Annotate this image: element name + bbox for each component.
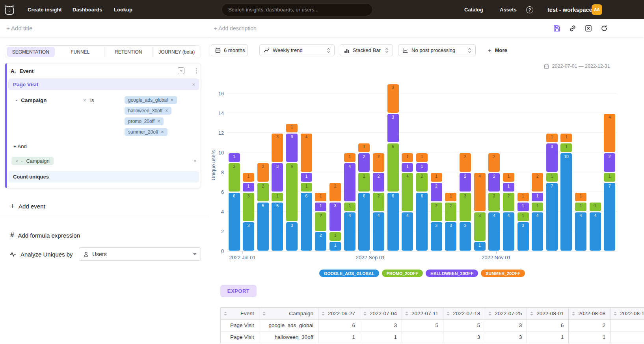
add-formula-button[interactable]: # Add formula expression [10, 231, 80, 239]
bar-segment-halloween_30off[interactable]: 2 [431, 183, 442, 201]
bar-segment-google_ads_global[interactable]: 4 [503, 212, 514, 251]
table-header-cell[interactable]: 2022-07-11 [402, 308, 443, 320]
chart-date-range[interactable]: 2022-07-01 — 2022-12-31 [544, 63, 610, 69]
bar-segment-google_ads_global[interactable]: 4 [488, 212, 500, 251]
legend-pill-halloween_30off[interactable]: HALLOWEEN_30OFF [426, 270, 478, 277]
nav-create-insight[interactable]: Create insight [28, 0, 62, 19]
bar-segment-promo_20off[interactable]: 3 [460, 193, 471, 221]
bar-segment-promo_20off[interactable]: 2 [488, 193, 500, 211]
bar-segment-google_ads_global[interactable]: 4 [532, 212, 543, 251]
bar-segment-promo_20off[interactable]: 2 [416, 173, 428, 192]
table-header-cell[interactable]: Campaign [259, 308, 318, 320]
bar-segment-halloween_30off[interactable]: 2 [358, 153, 370, 172]
bar-segment-google_ads_global[interactable]: 5 [257, 203, 269, 251]
workspace-name[interactable]: test - workspace [547, 0, 592, 19]
table-header-cell[interactable]: 2022-08-01 [527, 308, 569, 320]
bar-segment-halloween_30off[interactable]: 2 [460, 173, 471, 192]
remove-event-icon[interactable]: × [192, 82, 195, 87]
breakdown-tag[interactable]: ×· Campaign [11, 157, 54, 165]
bar-segment-halloween_30off[interactable]: 2 [488, 173, 500, 192]
legend-pill-summer_20off[interactable]: SUMMER_20OFF [481, 270, 525, 277]
filter-property[interactable]: · Campaign [15, 97, 47, 103]
avatar[interactable]: AA [592, 4, 602, 15]
bar-segment-google_ads_global[interactable]: 1 [329, 242, 341, 251]
bar-segment-summer_20off[interactable]: 1 [286, 124, 298, 132]
bar-segment-promo_20off[interactable]: 1 [604, 173, 615, 182]
legend-pill-google_ads_global[interactable]: GOOGLE_ADS_GLOBAL [319, 270, 379, 277]
bar-segment-google_ads_global[interactable]: 5 [272, 203, 283, 251]
bar-segment-promo_20off[interactable]: 2 [315, 212, 326, 231]
export-button[interactable]: EXPORT [220, 285, 257, 297]
remove-value-icon[interactable]: × [165, 108, 168, 113]
add-description-field[interactable]: + Add description [214, 25, 257, 32]
table-header-cell[interactable]: 2022-07-18 [443, 308, 485, 320]
bar-segment-google_ads_global[interactable]: 4 [590, 212, 601, 251]
bar-segment-promo_20off[interactable]: 3 [229, 163, 240, 192]
event-menu-kebab-icon[interactable]: ⋮ [193, 67, 199, 74]
tab-funnel[interactable]: FUNNEL [56, 47, 104, 57]
bar-segment-google_ads_global[interactable]: 3 [460, 222, 471, 251]
bar-segment-promo_20off[interactable]: 1 [272, 193, 283, 201]
event-name-row[interactable]: Page Visit × [8, 78, 199, 90]
bar-segment-halloween_30off[interactable]: 1 [416, 163, 428, 172]
bar-segment-google_ads_global[interactable]: 3 [445, 222, 456, 251]
bar-segment-halloween_30off[interactable]: 3 [286, 134, 298, 162]
bar-segment-google_ads_global[interactable]: 3 [286, 222, 298, 251]
bar-segment-halloween_30off[interactable]: 2 [373, 173, 384, 192]
nav-lookup[interactable]: Lookup [114, 0, 132, 19]
bar-segment-halloween_30off[interactable]: 1 [503, 183, 514, 192]
bar-segment-google_ads_global[interactable]: 3 [243, 222, 254, 251]
aggregation-row[interactable]: Count uniques [8, 171, 199, 182]
bar-segment-summer_20off[interactable]: 1 [358, 143, 370, 152]
bar-segment-google_ads_global[interactable]: 1 [474, 242, 486, 251]
nav-dashboards[interactable]: Dashboards [73, 0, 102, 19]
bar-segment-summer_20off[interactable]: 2 [488, 153, 500, 172]
logo-cat-icon[interactable] [4, 4, 15, 16]
bar-segment-halloween_30off[interactable]: 3 [329, 203, 341, 231]
remove-value-icon[interactable]: × [157, 119, 160, 124]
bar-segment-promo_20off[interactable]: 2 [503, 193, 514, 211]
bar-segment-promo_20off[interactable]: 2 [373, 193, 384, 211]
filter-value-tag[interactable]: promo_20off× [125, 117, 164, 125]
bar-segment-promo_20off[interactable]: 2 [431, 203, 442, 221]
bar-segment-summer_20off[interactable]: 1 [315, 193, 326, 201]
bar-segment-promo_20off[interactable]: 1 [546, 173, 558, 182]
bar-segment-promo_20off[interactable]: 3 [474, 212, 486, 241]
legend-pill-promo_20off[interactable]: PROMO_20OFF [382, 270, 423, 277]
remove-filter-icon[interactable]: × [83, 97, 86, 103]
table-header-cell[interactable]: 2022-08-15 [610, 308, 644, 320]
bar-segment-promo_20off[interactable]: 6 [286, 163, 298, 221]
tab-journey[interactable]: JOURNEY (beta) [153, 47, 201, 57]
bar-segment-summer_20off[interactable]: 1 [546, 134, 558, 142]
bar-segment-halloween_30off[interactable]: 1 [315, 203, 326, 211]
bar-segment-google_ads_global[interactable]: 6 [416, 193, 428, 251]
bar-segment-promo_20off[interactable]: 1 [329, 232, 341, 241]
bar-segment-summer_20off[interactable]: 1 [575, 193, 586, 201]
bar-segment-summer_20off[interactable]: 1 [503, 173, 514, 182]
filter-operator[interactable]: is [90, 97, 94, 103]
bar-segment-summer_20off[interactable]: 3 [272, 134, 283, 162]
close-insight-icon[interactable] [584, 24, 592, 32]
duplicate-event-icon[interactable]: + [178, 67, 184, 74]
bar-segment-google_ads_global[interactable]: 7 [546, 183, 558, 251]
remove-breakdown-row-icon[interactable]: × [194, 158, 197, 164]
bar-segment-summer_20off[interactable]: 2 [532, 173, 543, 192]
bar-segment-google_ads_global[interactable]: 4 [373, 212, 384, 251]
filter-value-tag[interactable]: summer_20off× [125, 128, 168, 136]
bar-segment-promo_20off[interactable]: 3 [243, 193, 254, 221]
bar-segment-google_ads_global[interactable]: 6 [387, 193, 399, 251]
analyze-by-select[interactable]: Users [79, 247, 201, 261]
chart-type-select[interactable]: Stacked Bar [340, 44, 393, 56]
nav-catalog[interactable]: Catalog [464, 0, 483, 19]
search-input[interactable] [221, 3, 373, 16]
bar-segment-promo_20off[interactable]: 2 [358, 173, 370, 192]
bar-segment-summer_20off[interactable]: 2 [257, 163, 269, 182]
bar-segment-promo_20off[interactable]: 1 [532, 203, 543, 211]
bar-segment-promo_20off[interactable]: 1 [344, 203, 356, 211]
bar-segment-halloween_30off[interactable]: 1 [229, 153, 240, 162]
add-title-field[interactable]: + Add title [6, 25, 32, 32]
remove-value-icon[interactable]: × [171, 97, 173, 103]
bar-segment-halloween_30off[interactable]: 2 [604, 153, 615, 172]
bar-segment-google_ads_global[interactable]: 6 [301, 193, 312, 251]
table-header-cell[interactable]: 2022-06-27 [318, 308, 360, 320]
